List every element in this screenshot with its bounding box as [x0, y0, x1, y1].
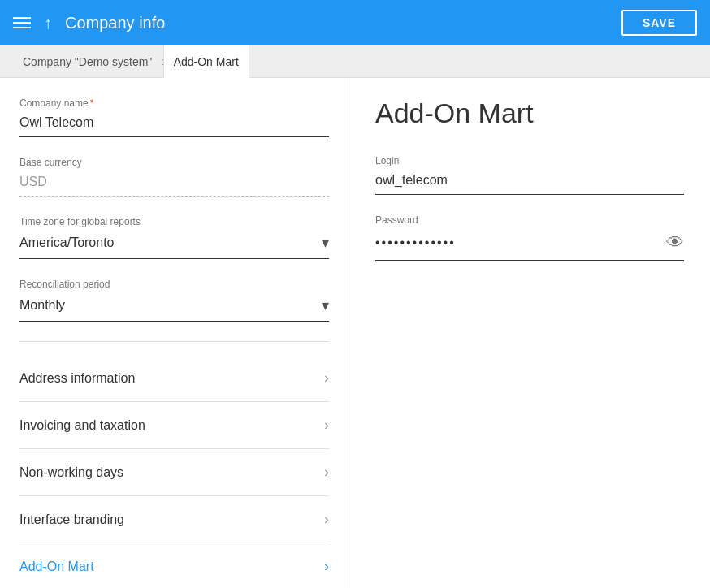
reconciliation-value: Monthly	[19, 298, 322, 313]
nav-item[interactable]: Non-working days›	[19, 449, 329, 496]
timezone-value: America/Toronto	[19, 236, 322, 250]
password-label: Password	[375, 214, 684, 226]
separator	[19, 341, 329, 342]
base-currency-value: USD	[19, 171, 329, 197]
nav-item[interactable]: Add-On Mart›	[19, 543, 329, 588]
reconciliation-field: Reconciliation period Monthly ▾	[19, 279, 329, 322]
main-content: Company name* Base currency USD Time zon…	[0, 78, 710, 588]
nav-item[interactable]: Interface branding›	[19, 496, 329, 543]
right-panel: Add-On Mart Login Password 👁	[349, 78, 710, 588]
company-name-label: Company name*	[19, 97, 329, 109]
company-name-field: Company name*	[19, 97, 329, 137]
breadcrumb: Company "Demo system" › Add-On Mart	[0, 45, 710, 78]
reconciliation-dropdown-icon: ▾	[322, 296, 329, 314]
nav-item[interactable]: Invoicing and taxation›	[19, 402, 329, 449]
left-panel: Company name* Base currency USD Time zon…	[0, 78, 349, 588]
nav-item-label: Invoicing and taxation	[19, 418, 324, 433]
login-label: Login	[375, 155, 684, 166]
nav-item-chevron-icon: ›	[324, 464, 329, 481]
header: ↑ Company info SAVE	[0, 0, 710, 45]
eye-icon[interactable]: 👁	[666, 232, 684, 253]
nav-item-chevron-icon: ›	[324, 511, 329, 528]
password-wrapper: 👁	[375, 229, 684, 261]
breadcrumb-parent[interactable]: Company "Demo system"	[13, 45, 162, 78]
nav-item-chevron-icon: ›	[324, 417, 329, 434]
nav-item-chevron-icon: ›	[324, 370, 329, 387]
login-input[interactable]	[375, 170, 684, 195]
reconciliation-label: Reconciliation period	[19, 279, 329, 290]
nav-item[interactable]: Address information›	[19, 355, 329, 402]
nav-item-label: Address information	[19, 371, 324, 386]
back-icon[interactable]: ↑	[44, 14, 52, 32]
company-name-input[interactable]	[19, 112, 329, 137]
password-input[interactable]	[375, 236, 666, 250]
save-button[interactable]: SAVE	[621, 10, 697, 36]
base-currency-label: Base currency	[19, 157, 329, 168]
timezone-label: Time zone for global reports	[19, 216, 329, 227]
timezone-dropdown-icon: ▾	[322, 234, 329, 252]
nav-item-label: Add-On Mart	[19, 560, 324, 574]
nav-item-label: Interface branding	[19, 512, 324, 527]
timezone-dropdown[interactable]: America/Toronto ▾	[19, 231, 329, 259]
addon-title: Add-On Mart	[375, 97, 684, 129]
nav-item-label: Non-working days	[19, 465, 324, 480]
breadcrumb-current[interactable]: Add-On Mart	[163, 45, 249, 78]
login-field: Login	[375, 155, 684, 195]
timezone-field: Time zone for global reports America/Tor…	[19, 216, 329, 259]
menu-icon[interactable]	[13, 17, 31, 28]
page-title: Company info	[65, 14, 608, 32]
nav-list: Address information›Invoicing and taxati…	[19, 355, 329, 588]
base-currency-field: Base currency USD	[19, 157, 329, 197]
reconciliation-dropdown[interactable]: Monthly ▾	[19, 293, 329, 322]
nav-item-chevron-icon: ›	[324, 558, 329, 575]
password-field: Password 👁	[375, 214, 684, 261]
